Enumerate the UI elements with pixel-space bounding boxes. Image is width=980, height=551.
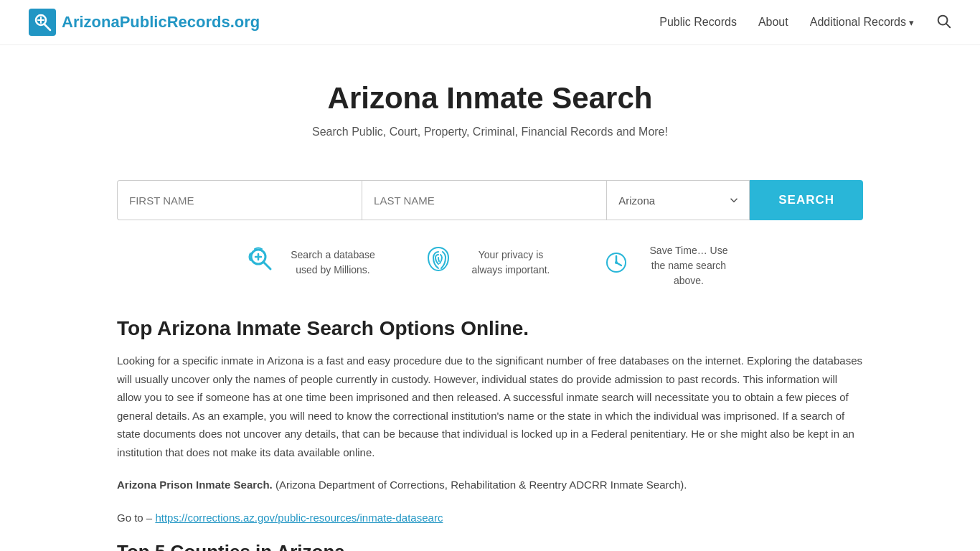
prison-search-info: Arizona Prison Inmate Search. (Arizona D… [117,476,863,494]
prison-search-label: Arizona Prison Inmate Search. [117,479,273,491]
feature-privacy: Your privacy is always important. [423,243,557,281]
hero-subtitle: Search Public, Court, Property, Criminal… [14,126,966,138]
nav-search-icon[interactable] [936,13,951,32]
logo-text: ArizonaPublicRecords.org [62,13,260,32]
prison-search-desc: (Arizona Department of Corrections, Reha… [275,479,687,491]
search-bar: All States Alabama Alaska Arizona Arkans… [88,180,892,220]
feature-time-text: Save Time… Use the name search above. [642,243,735,288]
prison-link-line: Go to – https://corrections.az.gov/publi… [117,509,863,527]
prison-go-to: Go to – [117,512,152,524]
feature-database: Search a database used by Millions. [245,243,380,281]
logo-area[interactable]: ArizonaPublicRecords.org [29,9,260,36]
main-nav: Public Records About Additional Records … [659,13,951,32]
section1-body: Looking for a specific inmate in Arizona… [117,352,863,461]
features-section: Search a database used by Millions. Your… [88,243,892,288]
clock-icon [600,247,632,285]
svg-line-6 [946,24,950,27]
first-name-input[interactable] [117,180,362,220]
last-name-input[interactable] [362,180,606,220]
fingerprint-icon [423,243,454,281]
site-logo-icon [29,9,56,36]
feature-database-text: Search a database used by Millions. [286,248,380,278]
section1-heading: Top Arizona Inmate Search Options Online… [117,317,863,340]
feature-time: Save Time… Use the name search above. [600,243,735,288]
state-select[interactable]: All States Alabama Alaska Arizona Arkans… [606,180,750,220]
nav-about[interactable]: About [758,16,788,29]
nav-additional-records[interactable]: Additional Records ▾ [810,16,914,29]
prison-link[interactable]: https://corrections.az.gov/public-resour… [155,512,443,524]
search-database-icon [245,243,276,281]
svg-rect-0 [29,9,56,36]
hero-section: Arizona Inmate Search Search Public, Cou… [0,45,980,160]
section2-heading: Top 5 Counties in Arizona. [117,541,863,551]
svg-line-8 [263,262,270,269]
hero-title: Arizona Inmate Search [14,81,966,116]
site-header: ArizonaPublicRecords.org Public Records … [0,0,980,45]
svg-point-15 [615,261,618,264]
nav-public-records[interactable]: Public Records [659,16,737,29]
feature-privacy-text: Your privacy is always important. [464,248,557,278]
main-content: Top Arizona Inmate Search Options Online… [88,317,892,551]
search-button[interactable]: SEARCH [750,180,863,220]
chevron-down-icon: ▾ [909,17,914,28]
